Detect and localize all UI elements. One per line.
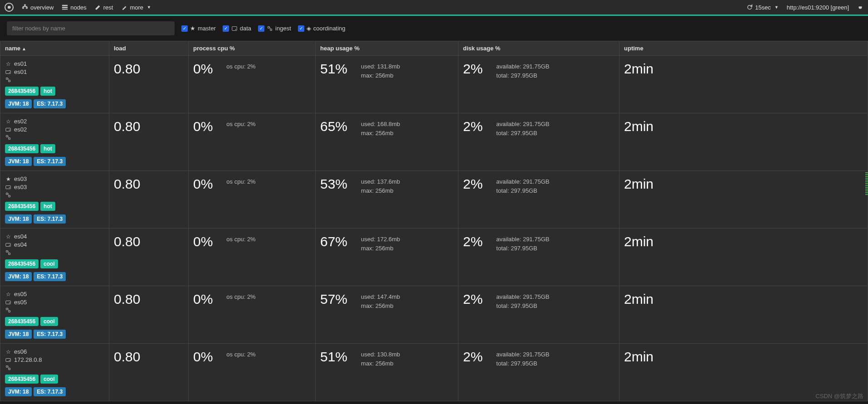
node-name: es05 (14, 291, 27, 297)
logo-icon[interactable] (5, 3, 14, 12)
header-load[interactable]: load (109, 41, 189, 56)
cell-heap: 65% used: 168.8mb max: 256mb (316, 113, 458, 171)
disk-value: 2% (463, 118, 483, 134)
badge-memory: 268435456 (5, 317, 39, 326)
sort-asc-icon: ▲ (22, 46, 26, 51)
refresh-icon (746, 4, 753, 10)
disk-value: 2% (463, 291, 483, 307)
nav-nodes[interactable]: nodes (62, 4, 86, 11)
node-host: es04 (14, 241, 27, 248)
cell-name[interactable]: ☆es05 es05 268435456 cool JVM: 18 ES: 7.… (0, 286, 109, 344)
filter-input[interactable] (7, 21, 175, 35)
ingest-icon (5, 192, 11, 198)
os-cpu: os cpu: 2% (226, 177, 255, 186)
badge-tier: cool (40, 259, 58, 268)
load-value: 0.80 (114, 175, 184, 192)
heap-max: max: 256mb (361, 359, 400, 368)
list-icon (62, 4, 68, 10)
cell-name[interactable]: ☆es02 es02 268435456 hot JVM: 18 ES: 7.1… (0, 113, 109, 171)
filter-coordinating[interactable]: ✓ ◈ coordinating (298, 25, 346, 32)
cpu-value: 0% (193, 348, 213, 365)
refresh-interval[interactable]: 15sec ▼ (746, 4, 779, 11)
nav-more[interactable]: more ▼ (121, 4, 151, 11)
disk-available: available: 291.75GB (496, 235, 549, 244)
os-cpu: os cpu: 2% (226, 62, 255, 71)
disk-available: available: 291.75GB (496, 292, 549, 302)
filter-master-label: master (198, 25, 216, 32)
cell-cpu: 0% os cpu: 2% (189, 171, 316, 229)
checkbox-icon: ✓ (223, 25, 229, 32)
nav-overview-label: overview (30, 4, 54, 11)
badge-es: ES: 7.17.3 (34, 99, 66, 108)
header-disk[interactable]: disk usage % (458, 41, 619, 56)
disk-available: available: 291.75GB (496, 62, 549, 71)
badge-jvm: JVM: 18 (5, 272, 32, 281)
header-heap[interactable]: heap usage % (316, 41, 458, 56)
node-name: es03 (14, 175, 27, 182)
header-name[interactable]: name▲ (0, 41, 109, 56)
cpu-value: 0% (193, 291, 213, 307)
badge-es: ES: 7.17.3 (34, 387, 66, 396)
node-name: es06 (14, 348, 27, 355)
node-name: es01 (14, 60, 27, 67)
svg-rect-1 (62, 7, 68, 8)
os-cpu: os cpu: 2% (226, 292, 255, 302)
heap-used: used: 172.6mb (361, 235, 400, 244)
cell-cpu: 0% os cpu: 2% (189, 113, 316, 171)
star-icon: ☆ (5, 291, 11, 297)
badge-es: ES: 7.17.3 (34, 214, 66, 224)
chevron-down-icon: ▼ (147, 5, 151, 10)
badge-jvm: JVM: 18 (5, 157, 32, 166)
cluster-url[interactable]: http://es01:9200 [green] (787, 4, 849, 11)
cpu-value: 0% (193, 118, 213, 134)
ingest-icon (5, 365, 11, 371)
nav-rest[interactable]: rest (95, 4, 113, 11)
badge-tier: cool (40, 375, 58, 384)
checkbox-icon: ✓ (298, 25, 304, 32)
wand-icon (121, 4, 127, 10)
os-cpu: os cpu: 2% (226, 120, 255, 129)
connect-button[interactable] (857, 4, 863, 10)
nav-overview[interactable]: overview (22, 4, 54, 11)
node-host: es02 (14, 126, 27, 133)
cell-name[interactable]: ★es03 es03 268435456 hot JVM: 18 ES: 7.1… (0, 171, 109, 229)
svg-point-10 (9, 187, 10, 188)
header-cpu[interactable]: process cpu % (189, 41, 316, 56)
cell-heap: 51% used: 131.8mb max: 256mb (316, 56, 458, 113)
filter-data[interactable]: ✓ data (223, 25, 251, 32)
cell-load: 0.80 (109, 113, 189, 171)
cell-name[interactable]: ☆es01 es01 268435456 hot JVM: 18 ES: 7.1… (0, 56, 109, 113)
header-uptime[interactable]: uptime (619, 41, 868, 56)
nav-nodes-label: nodes (70, 4, 86, 11)
heap-used: used: 137.6mb (361, 177, 400, 186)
disk-icon (231, 25, 238, 32)
load-value: 0.80 (114, 60, 184, 77)
cell-name[interactable]: ☆es04 es04 268435456 cool JVM: 18 ES: 7.… (0, 229, 109, 286)
svg-rect-11 (6, 243, 11, 246)
badge-tier: cool (40, 317, 58, 326)
node-host: es01 (14, 68, 27, 75)
disk-total: total: 297.95GB (496, 186, 549, 195)
filter-ingest[interactable]: ✓ ingest (258, 25, 291, 32)
star-icon: ☆ (5, 349, 11, 355)
ingest-icon (5, 249, 11, 256)
checkbox-icon: ✓ (181, 25, 188, 32)
heap-used: used: 130.8mb (361, 350, 400, 359)
chevron-down-icon: ▼ (775, 5, 779, 10)
cell-uptime: 2min (619, 171, 868, 229)
star-icon: ★ (5, 176, 11, 182)
disk-available: available: 291.75GB (496, 120, 549, 129)
heap-max: max: 256mb (361, 244, 400, 253)
heap-value: 51% (320, 348, 347, 365)
cell-heap: 67% used: 172.6mb max: 256mb (316, 229, 458, 286)
disk-icon (5, 357, 11, 363)
disk-total: total: 297.95GB (496, 244, 549, 253)
star-icon: ☆ (5, 234, 11, 240)
svg-rect-0 (62, 5, 68, 6)
cell-name[interactable]: ☆es06 172.28.0.8 268435456 cool JVM: 18 … (0, 344, 109, 401)
load-value: 0.80 (114, 118, 184, 134)
badge-jvm: JVM: 18 (5, 387, 32, 396)
badge-jvm: JVM: 18 (5, 214, 32, 224)
heap-value: 57% (320, 291, 347, 307)
filter-master[interactable]: ✓ ★ master (181, 25, 216, 32)
